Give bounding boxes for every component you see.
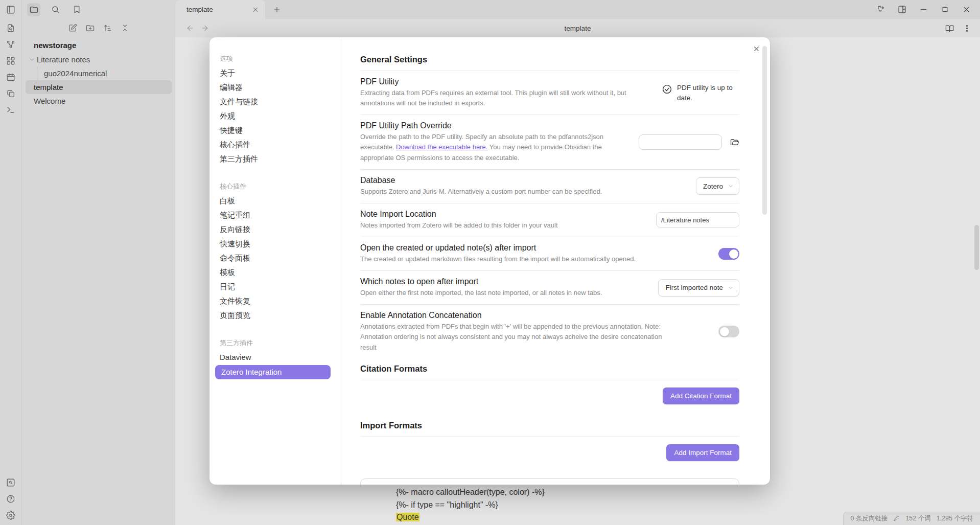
- dropdown-select[interactable]: Zotero: [696, 177, 739, 195]
- modal-close-icon[interactable]: [753, 45, 760, 53]
- toggle-knob: [720, 327, 729, 336]
- setting-info: Note Import Location Notes imported from…: [360, 210, 641, 231]
- settings-nav-item[interactable]: 命令面板: [209, 251, 341, 265]
- settings-nav-item[interactable]: 快捷键: [209, 123, 341, 138]
- settings-section-heading: Import Formats: [360, 416, 739, 437]
- setting-control: [718, 326, 739, 337]
- setting-control: PDF utility is up to date.: [662, 83, 739, 103]
- selected-value: First imported note: [665, 284, 723, 291]
- settings-modal: 选项关于编辑器文件与链接外观快捷键核心插件第三方插件核心插件白板笔记重组反向链接…: [209, 37, 770, 485]
- setting-description: Supports Zotero and Juris-M. Alternative…: [360, 187, 663, 197]
- setting-description: Extracting data from PDFs requires an ex…: [360, 88, 646, 108]
- settings-nav-item[interactable]: 白板: [209, 194, 341, 208]
- setting-name: PDF Utility Path Override: [360, 121, 623, 130]
- setting-info: Open the created or updated note(s) afte…: [360, 243, 663, 264]
- setting-name: Database: [360, 176, 663, 185]
- setting-row: Database Supports Zotero and Juris-M. Al…: [360, 170, 739, 203]
- setting-row: Which notes to open after import Open ei…: [360, 271, 739, 305]
- setting-description: Open either the first note imported, the…: [360, 288, 643, 298]
- settings-nav-item[interactable]: 关于: [209, 66, 341, 80]
- dropdown-select[interactable]: First imported note: [658, 279, 739, 296]
- selected-value: Zotero: [703, 182, 723, 190]
- settings-nav-item[interactable]: 编辑器: [209, 80, 341, 95]
- settings-nav-item[interactable]: 日记: [209, 280, 341, 294]
- settings-nav-item[interactable]: 外观: [209, 109, 341, 123]
- toggle-switch[interactable]: [718, 326, 739, 337]
- settings-section-heading: General Settings: [360, 50, 739, 71]
- setting-description: Annotations extracted from PDFs that beg…: [360, 322, 663, 352]
- setting-control: First imported note: [658, 279, 739, 296]
- setting-name: Which notes to open after import: [360, 277, 643, 286]
- setting-description: Notes imported from Zotero will be added…: [360, 220, 641, 231]
- settings-nav-item[interactable]: 文件恢复: [209, 294, 341, 308]
- setting-row: Open the created or updated note(s) afte…: [360, 237, 739, 271]
- button-row: Add Citation Format: [360, 380, 739, 416]
- setting-description: The created or updated markdown files re…: [360, 254, 663, 264]
- settings-nav-item[interactable]: 文件与链接: [209, 95, 341, 109]
- setting-row: Note Import Location Notes imported from…: [360, 203, 739, 237]
- setting-description: Override the path to the PDF utility. Sp…: [360, 132, 623, 163]
- settings-nav-section-header: 核心插件: [209, 179, 341, 194]
- setting-info: Database Supports Zotero and Juris-M. Al…: [360, 176, 663, 197]
- settings-content: General Settings PDF Utility Extracting …: [341, 37, 770, 485]
- settings-section-heading: Citation Formats: [360, 359, 739, 380]
- setting-control: [656, 212, 739, 227]
- settings-scrollbar[interactable]: [762, 46, 767, 215]
- setting-info: PDF Utility Extracting data from PDFs re…: [360, 77, 646, 108]
- pdf-utility-status: PDF utility is up to date.: [662, 83, 739, 103]
- setting-name: PDF Utility: [360, 77, 646, 86]
- status-text: PDF utility is up to date.: [677, 83, 739, 103]
- add-format-button[interactable]: Add Import Format: [666, 444, 739, 461]
- settings-nav-section-header: 选项: [209, 52, 341, 66]
- setting-name: Open the created or updated note(s) afte…: [360, 243, 663, 253]
- add-format-button[interactable]: Add Citation Format: [663, 387, 739, 404]
- settings-nav-item[interactable]: 第三方插件: [209, 152, 341, 166]
- setting-name: Note Import Location: [360, 210, 641, 219]
- setting-row: PDF Utility Extracting data from PDFs re…: [360, 71, 739, 115]
- setting-control: [639, 134, 739, 150]
- setting-info: Which notes to open after import Open ei…: [360, 277, 643, 298]
- settings-nav-item[interactable]: 页面预览: [209, 308, 341, 323]
- setting-info: Enable Annotation Concatenation Annotati…: [360, 311, 663, 352]
- download-link[interactable]: Download the executable here.: [396, 143, 487, 151]
- check-circle-icon: [662, 84, 672, 95]
- button-row: Add Import Format: [360, 437, 739, 472]
- path-override-input[interactable]: [639, 134, 722, 150]
- setting-control: [718, 248, 739, 260]
- folder-open-icon[interactable]: [730, 138, 739, 147]
- text-input[interactable]: [656, 212, 739, 227]
- settings-nav-item[interactable]: Dataview: [209, 350, 341, 364]
- chevron-down-icon: [728, 183, 734, 189]
- toggle-switch[interactable]: [718, 248, 739, 260]
- setting-info: PDF Utility Path Override Override the p…: [360, 121, 623, 163]
- settings-nav-item[interactable]: 快速切换: [209, 237, 341, 251]
- import-format-card: Name Output Path: [360, 478, 739, 485]
- setting-row: PDF Utility Path Override Override the p…: [360, 115, 739, 169]
- chevron-down-icon: [728, 285, 734, 291]
- settings-nav-item[interactable]: 核心插件: [209, 138, 341, 152]
- settings-nav-item[interactable]: 反向链接: [209, 222, 341, 237]
- settings-nav-item[interactable]: 模板: [209, 265, 341, 280]
- setting-row: Enable Annotation Concatenation Annotati…: [360, 305, 739, 358]
- settings-nav: 选项关于编辑器文件与链接外观快捷键核心插件第三方插件核心插件白板笔记重组反向链接…: [209, 37, 341, 485]
- setting-control: Zotero: [696, 177, 739, 195]
- settings-nav-item[interactable]: 笔记重组: [209, 208, 341, 222]
- toggle-knob: [729, 249, 738, 259]
- settings-nav-item[interactable]: Zotero Integration: [215, 365, 331, 379]
- settings-nav-section-header: 第三方插件: [209, 336, 341, 350]
- setting-name: Enable Annotation Concatenation: [360, 311, 663, 320]
